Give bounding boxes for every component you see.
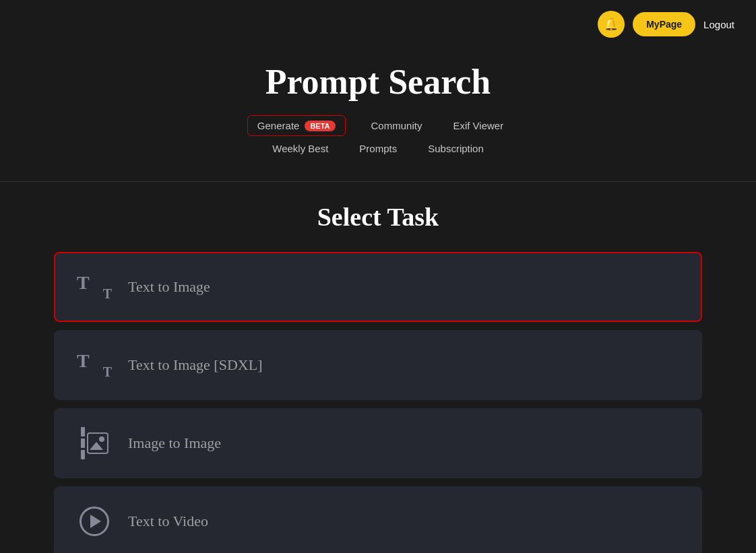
nav-item-generate[interactable]: Generate BETA bbox=[247, 115, 346, 136]
hero-title: Prompt Search bbox=[0, 62, 756, 102]
navigation: Generate BETA Community Exif Viewer Week… bbox=[0, 115, 756, 157]
tt-icon-2: T T bbox=[77, 350, 112, 380]
task-card-text-to-image-sdxl[interactable]: T T Text to Image [SDXL] bbox=[54, 330, 702, 400]
tt-icon-1: T T bbox=[77, 272, 112, 302]
logout-button[interactable]: Logout bbox=[703, 19, 734, 30]
task-card-image-to-image[interactable]: Image to Image bbox=[54, 408, 702, 478]
hero-section: Prompt Search Generate BETA Community Ex… bbox=[0, 48, 756, 170]
notification-button[interactable]: 🔔 bbox=[598, 11, 625, 38]
nav-row-1: Generate BETA Community Exif Viewer bbox=[247, 115, 509, 136]
select-task-title: Select Task bbox=[54, 202, 702, 232]
text-to-image-sdxl-icon: T T bbox=[77, 348, 112, 383]
divider bbox=[0, 181, 756, 182]
nav-item-community[interactable]: Community bbox=[366, 117, 428, 134]
generate-label: Generate bbox=[257, 120, 300, 131]
nav-item-weekly-best[interactable]: Weekly Best bbox=[267, 140, 334, 157]
text-to-video-icon bbox=[77, 504, 112, 539]
task-label-image-to-image: Image to Image bbox=[128, 434, 221, 452]
task-card-text-to-video[interactable]: Text to Video bbox=[54, 486, 702, 553]
task-label-text-to-image: Text to Image bbox=[128, 278, 210, 296]
task-label-text-to-video: Text to Video bbox=[128, 513, 208, 530]
nav-row-2: Weekly Best Prompts Subscription bbox=[267, 140, 489, 157]
mypage-button[interactable]: MyPage bbox=[633, 12, 695, 36]
nav-item-prompts[interactable]: Prompts bbox=[354, 140, 402, 157]
image-to-image-icon bbox=[77, 426, 112, 461]
task-card-text-to-image[interactable]: T T Text to Image bbox=[54, 252, 702, 322]
header: 🔔 MyPage Logout bbox=[0, 0, 756, 48]
select-task-section: Select Task T T Text to Image T T Text t… bbox=[0, 202, 756, 553]
nav-item-subscription[interactable]: Subscription bbox=[422, 140, 489, 157]
task-label-text-to-image-sdxl: Text to Image [SDXL] bbox=[128, 356, 262, 374]
nav-item-exif-viewer[interactable]: Exif Viewer bbox=[447, 117, 509, 134]
beta-badge: BETA bbox=[305, 121, 335, 131]
text-to-image-icon: T T bbox=[77, 269, 112, 304]
